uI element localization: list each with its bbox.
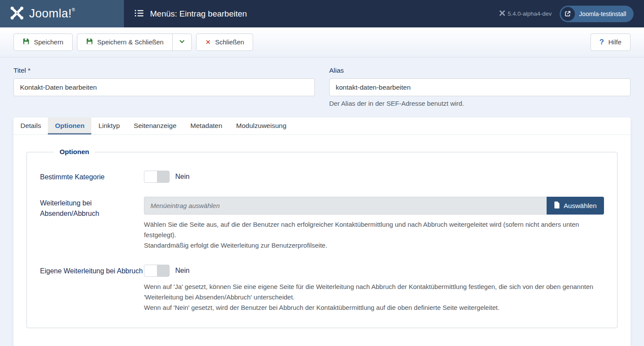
category-toggle-state: Nein: [175, 173, 190, 181]
option-row-custom-cancel-redirect: Eigene Weiterleitung bei Abbruch Nein We…: [40, 265, 604, 313]
close-label: Schließen: [215, 38, 244, 46]
alias-field-label: Alias: [329, 67, 631, 74]
joomla-logo-icon: [10, 6, 24, 22]
redirect-label: Weiterleitung bei Absenden/Abbruch: [40, 197, 144, 251]
save-close-button[interactable]: Speichern & Schließen: [77, 34, 173, 51]
question-mark-icon: ?: [600, 38, 604, 47]
menu-list-icon: [134, 8, 144, 20]
custom-cancel-toggle[interactable]: [144, 265, 170, 277]
title-input[interactable]: [13, 78, 315, 96]
category-toggle[interactable]: [144, 171, 170, 183]
title-field-label: Titel *: [13, 67, 315, 74]
redirect-menu-item-input: [144, 197, 547, 215]
view-site-label: Joomla-testinstall: [579, 10, 626, 17]
select-menu-item-button[interactable]: Auswählen: [547, 197, 604, 215]
tab-modulzuweisung[interactable]: Modulzuweisung: [229, 118, 293, 134]
help-label: Hilfe: [608, 38, 621, 46]
view-site-button[interactable]: Joomla-testinstall: [560, 6, 634, 22]
toggle-knob: [144, 171, 157, 182]
custom-cancel-toggle-state: Nein: [175, 267, 190, 275]
options-fieldset: Optionen Bestimmte Kategorie Nein Weiter…: [27, 148, 617, 328]
save-close-label: Speichern & Schließen: [97, 38, 164, 46]
tab-details[interactable]: Details: [13, 118, 48, 134]
save-options-dropdown-toggle[interactable]: [172, 34, 192, 51]
tab-card: Details Optionen Linktyp Seitenanzeige M…: [13, 118, 631, 346]
save-button[interactable]: Speichern: [13, 34, 73, 51]
chevron-down-icon: [179, 38, 185, 47]
alias-input[interactable]: [329, 78, 631, 96]
save-label: Speichern: [34, 38, 63, 46]
tab-metadaten[interactable]: Metadaten: [184, 118, 229, 134]
version-info: 5.4.0-alpha4-dev: [499, 10, 552, 17]
category-label: Bestimmte Kategorie: [40, 171, 144, 183]
option-row-redirect: Weiterleitung bei Absenden/Abbruch Au: [40, 197, 604, 251]
action-toolbar: Speichern Speichern & Schließen: [0, 27, 644, 57]
version-text: 5.4.0-alpha4-dev: [508, 10, 552, 17]
tab-optionen[interactable]: Optionen: [48, 118, 91, 134]
tab-bar: Details Optionen Linktyp Seitenanzeige M…: [13, 118, 631, 135]
edit-form: Titel * Alias Der Alias der in der SEF-A…: [0, 57, 644, 346]
close-x-icon: ✕: [205, 38, 211, 46]
close-button[interactable]: ✕ Schließen: [196, 34, 253, 51]
admin-header: Joomla!® Menüs: Eintrag bearbeiten: [0, 0, 644, 27]
tab-seitenanzeige[interactable]: Seitenanzeige: [127, 118, 184, 134]
external-link-icon: [561, 7, 575, 21]
options-legend: Optionen: [54, 148, 95, 156]
toggle-knob: [144, 265, 157, 276]
joomla-logo[interactable]: Joomla!®: [0, 0, 124, 27]
option-row-category: Bestimmte Kategorie Nein: [40, 171, 604, 183]
custom-cancel-help-text: Wenn auf 'Ja' gesetzt, können Sie eine e…: [144, 282, 604, 313]
page-title: Menüs: Eintrag bearbeiten: [150, 9, 247, 19]
help-button[interactable]: ? Hilfe: [591, 34, 631, 51]
joomla-version-icon: [499, 10, 505, 17]
options-tab-panel: Optionen Bestimmte Kategorie Nein Weiter…: [13, 135, 631, 346]
joomla-logo-text: Joomla!®: [29, 7, 75, 20]
select-menu-item-label: Auswählen: [564, 202, 597, 210]
redirect-help-text: Wählen Sie die Seite aus, auf die der Be…: [144, 219, 604, 251]
titlebar: Menüs: Eintrag bearbeiten 5.4.0-alpha4-d…: [124, 0, 644, 27]
save-icon: [23, 38, 30, 47]
save-close-button-group: Speichern & Schließen: [77, 34, 192, 51]
file-icon: [554, 202, 560, 210]
save-icon: [86, 38, 93, 47]
alias-help-text: Der Alias der in der SEF-Adresse benutzt…: [329, 100, 631, 107]
tab-linktyp[interactable]: Linktyp: [91, 118, 127, 134]
custom-cancel-label: Eigene Weiterleitung bei Abbruch: [40, 265, 144, 313]
